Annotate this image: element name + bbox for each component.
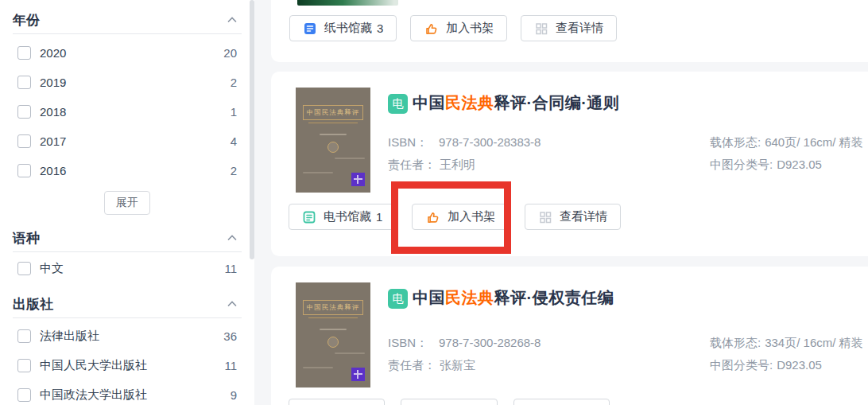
filter-label: 中国政法大学出版社: [40, 387, 147, 403]
carrier-row: 载体形态:334页/ 16cm/ 精装: [710, 336, 863, 351]
filter-row-publisher-3[interactable]: 中国政法大学出版社 9: [17, 380, 237, 405]
author-label: 责任者：: [388, 158, 436, 171]
book-cover[interactable]: 中国民法典释评: [296, 282, 370, 387]
filter-count: 9: [231, 388, 237, 402]
filter-section-year-header[interactable]: 年份: [13, 6, 237, 33]
cover-decoration: [308, 317, 358, 318]
view-details-button[interactable]: 查看详情: [521, 15, 617, 41]
carrier-value: 334页/ 16cm/ 精装: [765, 336, 862, 349]
carrier-label: 载体形态:: [710, 336, 761, 349]
author-row: 责任者：张新宝: [388, 358, 475, 373]
section-title: 出版社: [13, 295, 53, 313]
expand-button[interactable]: 展开: [104, 191, 150, 215]
author-label: 责任者：: [388, 358, 436, 372]
isbn-value: 978-7-300-28268-8: [439, 336, 541, 349]
divider: [13, 33, 242, 34]
button-count: 1: [376, 210, 382, 224]
button-label: 查看详情: [560, 209, 607, 224]
page: 年份 2020 20 2019 2 2018 1 2017 4 2016 2: [0, 0, 868, 405]
checkbox[interactable]: [17, 105, 31, 119]
paper-holdings-button[interactable]: 纸书馆藏 3: [289, 15, 397, 41]
section-title: 语种: [13, 229, 40, 247]
view-details-button[interactable]: 查看详情: [513, 399, 610, 405]
ebook-badge: 电: [388, 94, 408, 114]
filter-count: 1: [231, 105, 237, 119]
book-cover[interactable]: 中国民法典释评: [296, 88, 370, 193]
filter-row-2019[interactable]: 2019 2: [17, 68, 237, 97]
filter-row-publisher-1[interactable]: 法律出版社 36: [17, 321, 237, 351]
carrier-row: 载体形态:640页/ 16cm/ 精装: [710, 135, 863, 150]
view-details-button[interactable]: 查看详情: [525, 204, 621, 230]
checkbox[interactable]: [17, 46, 31, 60]
title-text: 中国: [413, 94, 445, 111]
chevron-up-icon[interactable]: [227, 17, 237, 23]
isbn-label: ISBN：: [388, 336, 428, 349]
grid-icon: [534, 21, 548, 36]
filter-sidebar: 年份 2020 20 2019 2 2018 1 2017 4 2016 2: [0, 0, 254, 405]
cover-seal: [327, 337, 339, 348]
filter-count: 2: [231, 76, 237, 89]
filter-section-publisher-header[interactable]: 出版社: [13, 290, 237, 317]
filter-row-2017[interactable]: 2017 4: [17, 127, 237, 156]
results-panel: 纸书馆藏 3 加入书架 查看详情 中国民法典释评: [254, 0, 868, 405]
book-title[interactable]: 中国民法典释评·侵权责任编: [413, 287, 614, 309]
ebook-holdings-button[interactable]: 电书馆藏: [289, 399, 385, 405]
filter-row-2016[interactable]: 2016 2: [17, 156, 237, 185]
isbn-label: ISBN：: [388, 135, 428, 149]
chevron-up-icon[interactable]: [227, 235, 237, 241]
add-to-shelf-button[interactable]: 加入书架: [401, 399, 498, 405]
title-text: 释评·侵权责任编: [494, 289, 614, 306]
isbn-row: ISBN：978-7-300-28383-8: [388, 135, 541, 150]
filter-label: 2020: [40, 46, 66, 60]
ebook-icon: [302, 210, 316, 224]
filter-label: 2018: [40, 105, 66, 119]
grid-icon: [538, 210, 552, 224]
chevron-up-icon[interactable]: [227, 301, 237, 307]
add-to-shelf-button[interactable]: 加入书架: [412, 204, 509, 230]
isbn-row: ISBN：978-7-300-28268-8: [388, 336, 541, 351]
filter-row-2018[interactable]: 2018 1: [17, 97, 237, 127]
title-text: 中国: [413, 289, 445, 306]
cover-decoration: [320, 329, 347, 330]
button-count: 3: [377, 21, 383, 35]
checkbox[interactable]: [17, 164, 31, 177]
filter-row-publisher-2[interactable]: 中国人民大学出版社 11: [17, 351, 237, 380]
ebook-holdings-button[interactable]: 电书馆藏 1: [289, 204, 396, 230]
result-card-contract: 中国民法典释评 电 中国民法典释评·合同编·通则 ISBN：978-7-300-…: [271, 72, 868, 256]
cover-decoration: [303, 367, 333, 368]
checkbox[interactable]: [17, 76, 31, 89]
filter-label: 2017: [40, 134, 66, 148]
filter-section-language-header[interactable]: 语种: [13, 224, 237, 251]
checkbox[interactable]: [17, 359, 31, 372]
cover-decoration: [320, 134, 347, 135]
filter-label: 2016: [40, 164, 66, 177]
book-title[interactable]: 中国民法典释评·合同编·通则: [413, 92, 619, 114]
book-cover-edge: [297, 0, 398, 6]
author-row: 责任者：王利明: [388, 158, 475, 173]
filter-count: 4: [231, 134, 237, 148]
class-label: 中图分类号:: [710, 158, 773, 171]
cover-decoration: [308, 123, 358, 123]
cover-decoration: [303, 172, 333, 173]
cover-decoration: [335, 352, 365, 354]
filter-label: 中国人民大学出版社: [40, 358, 147, 373]
class-value: D923.05: [777, 358, 822, 372]
divider: [13, 251, 242, 252]
checkbox[interactable]: [17, 134, 31, 148]
title-text: 释评·合同编·通则: [494, 94, 620, 111]
checkbox[interactable]: [17, 388, 31, 402]
checkbox[interactable]: [17, 329, 31, 343]
checkbox[interactable]: [17, 262, 31, 275]
section-title: 年份: [13, 11, 40, 29]
paper-book-icon: [303, 21, 317, 36]
action-button-row: 电书馆藏 加入书架 查看详情: [289, 399, 610, 405]
filter-row-chinese[interactable]: 中文 11: [17, 254, 237, 283]
cover-seal: [327, 142, 339, 153]
filter-row-2020[interactable]: 2020 20: [17, 38, 237, 68]
cover-title: 中国民法典释评: [303, 105, 363, 120]
add-to-shelf-button[interactable]: 加入书架: [410, 15, 507, 41]
result-card-top: 纸书馆藏 3 加入书架 查看详情: [271, 0, 868, 62]
action-button-row: 电书馆藏 1 加入书架 查看详情: [289, 204, 621, 230]
cover-decoration: [335, 158, 365, 159]
title-highlight: 民法典: [445, 94, 494, 111]
